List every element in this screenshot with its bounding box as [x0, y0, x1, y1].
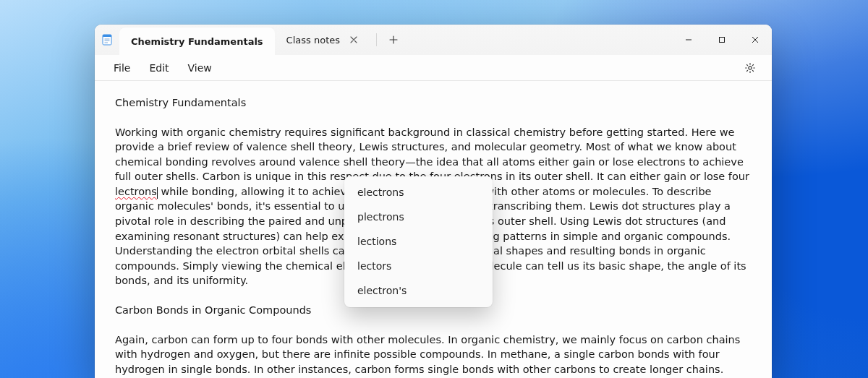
- menu-edit[interactable]: Edit: [149, 62, 169, 74]
- suggestion-item[interactable]: plectrons: [344, 205, 493, 230]
- maximize-button[interactable]: [705, 25, 739, 55]
- settings-button[interactable]: [740, 58, 760, 78]
- tab-active[interactable]: Chemistry Fundamentals: [119, 27, 275, 55]
- spellcheck-suggestions-popup: electrons plectrons lections lectors ele…: [344, 176, 493, 307]
- window-controls: [672, 25, 772, 55]
- document-title: Chemistry Fundamentals: [115, 95, 752, 111]
- title-bar[interactable]: Chemistry Fundamentals Class notes: [95, 25, 772, 55]
- paragraph-2: Again, carbon can form up to four bonds …: [115, 332, 752, 377]
- text-editor[interactable]: Chemistry Fundamentals Working with orga…: [95, 81, 772, 378]
- tab-label: Chemistry Fundamentals: [131, 36, 263, 47]
- tab-inactive[interactable]: Class notes: [275, 25, 373, 55]
- suggestion-item[interactable]: lections: [344, 230, 493, 254]
- tab-label: Class notes: [286, 35, 340, 46]
- svg-point-6: [749, 66, 752, 69]
- close-icon: [752, 36, 759, 43]
- svg-rect-5: [720, 38, 725, 43]
- minimize-icon: [685, 36, 692, 43]
- tab-separator: [376, 33, 377, 46]
- suggestion-item[interactable]: lectors: [344, 254, 493, 279]
- app-icon: [95, 25, 119, 55]
- plus-icon: [389, 35, 398, 44]
- menu-file[interactable]: File: [114, 62, 130, 74]
- minimize-button[interactable]: [672, 25, 705, 55]
- misspelled-word[interactable]: lectrons: [115, 186, 157, 197]
- new-tab-button[interactable]: [381, 29, 406, 51]
- notepad-window: Chemistry Fundamentals Class notes: [95, 25, 772, 378]
- close-icon: [350, 36, 357, 43]
- suggestion-item[interactable]: electrons: [344, 181, 493, 205]
- menu-view[interactable]: View: [188, 62, 212, 74]
- tab-close-button[interactable]: [346, 32, 362, 48]
- suggestion-item[interactable]: electron's: [344, 279, 493, 304]
- gear-icon: [744, 62, 756, 74]
- text-caret: [157, 187, 158, 199]
- maximize-icon: [718, 36, 726, 43]
- menu-bar: File Edit View: [95, 55, 772, 81]
- close-window-button[interactable]: [739, 25, 772, 55]
- svg-rect-1: [103, 35, 111, 37]
- titlebar-drag-region[interactable]: [407, 25, 672, 55]
